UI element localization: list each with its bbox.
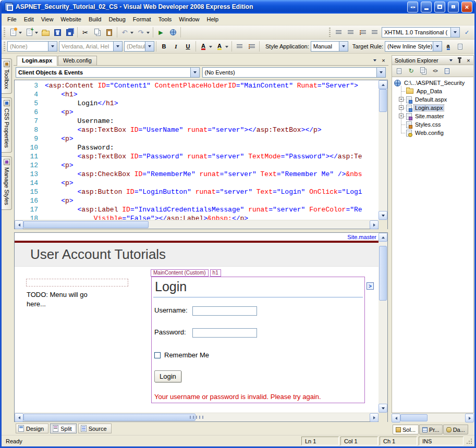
maincontent-region-tab[interactable]: MainContent (Custom) [151, 269, 209, 277]
scroll-track[interactable] [400, 414, 465, 422]
tree-item-default-aspx[interactable]: +Default.aspx [399, 95, 473, 104]
sidebar-tab-css-properties[interactable]: CSS Properties [2, 97, 12, 153]
window-position-button[interactable] [447, 57, 455, 64]
minimize-button[interactable] [421, 2, 432, 13]
scroll-thumb[interactable] [400, 414, 428, 421]
doctype-combo-dropdown[interactable] [450, 28, 459, 37]
view-code-button[interactable]: <> [430, 66, 441, 76]
sidebar-tab-toolbox[interactable]: Toolbox [2, 58, 12, 94]
menu-format[interactable]: Format [129, 15, 155, 24]
refresh-button[interactable]: ↻ [406, 66, 417, 76]
tree-item-web-config[interactable]: +Web.config [399, 129, 473, 137]
list-button[interactable] [246, 41, 258, 52]
font-size-dropdown[interactable] [145, 42, 154, 51]
solution-tree[interactable]: C:\...\ASPNET_Security +App_Data+Default… [392, 77, 474, 413]
highlight-button[interactable]: A [214, 41, 230, 52]
scroll-track[interactable] [23, 413, 370, 421]
scroll-down-button[interactable] [379, 404, 387, 413]
username-textbox[interactable] [192, 306, 257, 316]
login-button[interactable]: Login [154, 370, 181, 382]
auto-hide-button[interactable] [456, 57, 463, 64]
target-class-dropdown[interactable] [48, 42, 57, 51]
font-color-button[interactable]: A [198, 41, 214, 52]
save-all-button[interactable] [64, 27, 76, 38]
maincontent-region[interactable]: MainContent (Custom) h1 > Login Username… [151, 277, 365, 403]
close-button[interactable]: × [461, 2, 472, 13]
expander-icon[interactable]: + [399, 114, 404, 118]
copy-button[interactable] [91, 27, 103, 38]
scroll-thumb[interactable] [379, 246, 387, 301]
bold-button[interactable]: B [158, 41, 170, 52]
decrease-indent-button[interactable] [333, 27, 345, 38]
source-editor[interactable]: 3<asp:Content ID="Content1" ContentPlace… [15, 80, 379, 220]
scroll-down-button[interactable] [379, 211, 387, 220]
target-class-combo[interactable]: (None) [7, 41, 57, 52]
scroll-thumb[interactable] [379, 89, 387, 112]
increase-indent-button[interactable] [345, 27, 357, 38]
new-website-button[interactable] [7, 27, 23, 38]
scroll-right-button[interactable] [370, 220, 379, 229]
design-vertical-scrollbar[interactable] [379, 233, 387, 413]
scroll-left-button[interactable] [392, 414, 400, 422]
bullet-list-button[interactable] [357, 27, 369, 38]
menu-tools[interactable]: Tools [155, 15, 176, 24]
menu-build[interactable]: Build [85, 15, 105, 24]
scroll-left-button[interactable] [15, 220, 23, 229]
scroll-track[interactable] [379, 89, 387, 211]
scroll-track[interactable] [23, 220, 370, 229]
tree-item-app-data[interactable]: +App_Data [399, 87, 473, 95]
toolbar-grip[interactable] [4, 42, 5, 51]
sidebar-tab-manage-styles[interactable]: Manage Styles [2, 156, 12, 210]
event-combo[interactable]: (No Events) [202, 67, 386, 78]
scroll-right-button[interactable] [465, 414, 474, 422]
scroll-up-button[interactable] [379, 233, 387, 242]
title-bar[interactable]: ASPNET_Security_Tutorial_02_CS - Visual … [2, 0, 474, 14]
paste-button[interactable] [103, 27, 115, 38]
toolbar-grip[interactable] [329, 28, 331, 37]
format-document-button[interactable] [369, 27, 381, 38]
expander-icon[interactable]: + [399, 97, 404, 102]
undo-button[interactable]: ↶ [119, 27, 135, 38]
properties-button[interactable] [394, 66, 405, 76]
open-file-button[interactable] [40, 27, 52, 38]
view-in-browser-button[interactable] [167, 27, 179, 38]
nest-related-files-button[interactable] [418, 66, 429, 76]
design-surface[interactable]: Site.master User Account Tutorials TODO:… [15, 233, 379, 413]
object-combo[interactable]: Client Objects & Events [16, 67, 200, 78]
tree-root-website[interactable]: C:\...\ASPNET_Security [394, 79, 473, 87]
resize-grip[interactable] [465, 437, 473, 445]
close-document-button[interactable]: × [380, 56, 387, 64]
scroll-thumb[interactable] [23, 414, 196, 421]
remember-me-checkbox[interactable] [154, 352, 161, 358]
italic-button[interactable]: I [170, 41, 182, 52]
check-page-button[interactable]: ✓ [461, 27, 473, 38]
add-new-item-button[interactable] [23, 27, 40, 38]
source-horizontal-scrollbar[interactable] [15, 220, 387, 229]
tree-item-site-master[interactable]: +Site.master [399, 112, 473, 120]
h1-element-tab[interactable]: h1 [210, 269, 221, 277]
design-horizontal-scrollbar[interactable] [15, 413, 387, 421]
scroll-track[interactable] [379, 242, 387, 404]
save-button[interactable] [52, 27, 64, 38]
panel-title-bar[interactable]: Solution Explorer × [392, 55, 474, 65]
menu-website[interactable]: Website [57, 15, 85, 24]
tab-solution-explorer[interactable]: Sol... [393, 425, 419, 434]
scroll-thumb[interactable] [23, 221, 149, 228]
redo-button[interactable]: ↷ [135, 27, 151, 38]
target-rule-combo[interactable]: (New Inline Style) [385, 41, 442, 52]
doctype-combo[interactable]: XHTML 1.0 Transitional ( [382, 27, 460, 38]
font-size-combo[interactable]: (Default [124, 41, 154, 52]
scroll-left-button[interactable] [15, 413, 23, 422]
view-designer-button[interactable] [442, 66, 453, 76]
start-debugging-button[interactable]: ▶ [155, 27, 167, 38]
scroll-right-button[interactable] [370, 413, 379, 422]
style-application-combo[interactable]: Manual [311, 41, 348, 52]
tab-login-aspx[interactable]: Login.aspx [17, 56, 57, 66]
underline-button[interactable]: U [182, 41, 194, 52]
design-view-button[interactable]: Design [16, 424, 48, 433]
master-page-link[interactable]: Site.master [347, 234, 376, 240]
font-family-combo[interactable]: Verdana, Arial, Hel [59, 41, 123, 52]
target-rule-dropdown[interactable] [433, 42, 442, 51]
menu-window[interactable]: Window [175, 15, 203, 24]
close-panel-button[interactable]: × [465, 57, 472, 64]
